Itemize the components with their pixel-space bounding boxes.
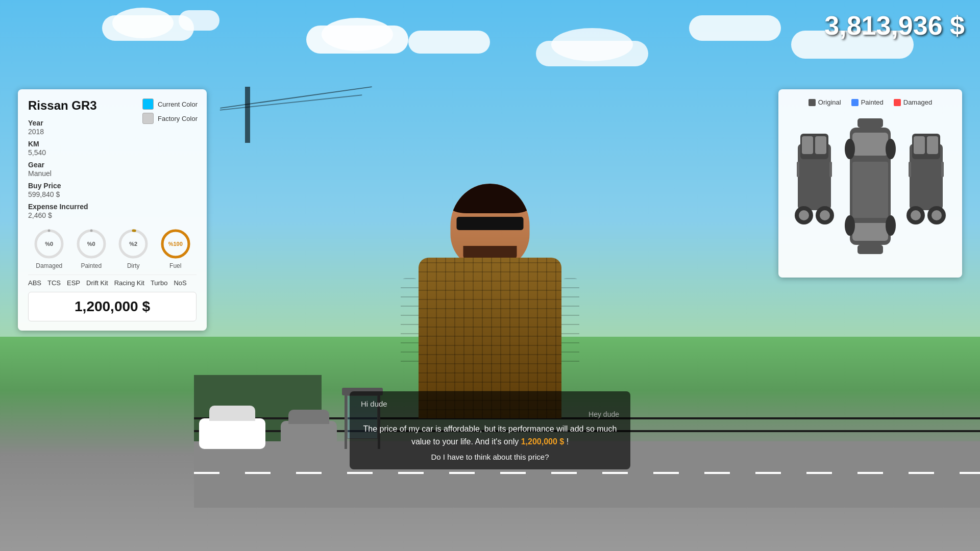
- bg-car-gray: [281, 421, 337, 449]
- legend-original-label: Original: [818, 98, 841, 106]
- svg-rect-24: [852, 162, 888, 218]
- expense-row: Expense Incurred 2,460 $: [28, 203, 197, 219]
- meter-painted: %0 Painted: [75, 228, 108, 269]
- dialogue-main-text: The price of my car is affordable, but i…: [361, 422, 619, 448]
- dialogue-exclamation: !: [567, 437, 569, 446]
- expense-label: Expense Incurred: [28, 203, 197, 211]
- buy-price-row: Buy Price 599,840 $: [28, 182, 197, 198]
- current-color-swatch: [142, 98, 154, 110]
- money-display: 3,813,936 $: [824, 10, 965, 41]
- dialogue-player: Hi dude: [361, 399, 619, 408]
- power-line: [220, 86, 372, 109]
- dialogue-text-part1: The price of my car is affordable, but i…: [363, 424, 617, 446]
- meter-painted-label: Painted: [81, 262, 102, 269]
- meter-fuel-circle: %100: [159, 228, 192, 260]
- meter-painted-value: %0: [87, 241, 95, 247]
- svg-rect-20: [829, 162, 832, 177]
- feature-nos: NoS: [174, 279, 186, 287]
- svg-point-16: [799, 210, 809, 220]
- feature-drift-kit: Drift Kit: [86, 279, 108, 287]
- character-sunglasses: [457, 217, 524, 230]
- svg-rect-34: [927, 136, 938, 154]
- meter-dirty-circle: %2: [117, 228, 150, 260]
- meter-painted-circle: %0: [75, 228, 108, 260]
- svg-rect-19: [797, 162, 799, 177]
- expense-value: 2,460 $: [28, 211, 197, 219]
- buy-price-value: 599,840 $: [28, 190, 197, 198]
- svg-point-26: [845, 139, 855, 159]
- year-value: 2018: [28, 128, 197, 136]
- legend-original: Original: [808, 98, 841, 106]
- svg-point-28: [845, 215, 855, 236]
- svg-point-36: [911, 210, 921, 220]
- km-row: KM 5,540: [28, 140, 197, 157]
- features-row: ABS TCS ESP Drift Kit Racing Kit Turbo N…: [28, 274, 197, 287]
- character-head: [451, 184, 530, 268]
- svg-rect-14: [815, 136, 826, 154]
- meter-dirty: %2 Dirty: [117, 228, 150, 269]
- legend-damaged-dot: [894, 99, 901, 106]
- svg-point-29: [886, 215, 896, 236]
- current-color-label: Current Color: [158, 101, 198, 108]
- svg-rect-33: [914, 136, 925, 154]
- km-value: 5,540: [28, 148, 197, 157]
- meter-damaged-label: Damaged: [36, 262, 62, 269]
- feature-tcs: TCS: [47, 279, 61, 287]
- feature-esp: ESP: [67, 279, 80, 287]
- gear-label: Gear: [28, 161, 197, 169]
- power-line: [220, 94, 362, 110]
- svg-point-38: [932, 210, 942, 220]
- meter-fuel-value: %100: [168, 241, 183, 247]
- legend-damaged-label: Damaged: [903, 98, 932, 106]
- gear-row: Gear Manuel: [28, 161, 197, 178]
- power-pole: [245, 87, 250, 143]
- svg-rect-21: [857, 118, 883, 128]
- car-side-left: [793, 113, 836, 268]
- dialogue-question: Do I have to think about this price?: [361, 453, 619, 461]
- car-diagrams: [788, 113, 953, 268]
- bg-car-white: [199, 418, 265, 449]
- svg-rect-25: [852, 223, 888, 241]
- legend-painted-label: Painted: [861, 98, 884, 106]
- feature-abs: ABS: [28, 279, 41, 287]
- svg-rect-30: [857, 245, 883, 254]
- meter-damaged: %0 Damaged: [33, 228, 65, 269]
- character-arm-right: [561, 278, 579, 370]
- factory-color-label: Factory Color: [158, 115, 198, 122]
- meter-damaged-value: %0: [45, 241, 53, 247]
- meter-fuel: %100 Fuel: [159, 228, 192, 269]
- svg-point-27: [886, 139, 896, 159]
- car-side-right: [904, 113, 948, 268]
- svg-rect-39: [909, 162, 911, 177]
- meter-dirty-value: %2: [129, 241, 137, 247]
- character: [408, 184, 572, 418]
- svg-point-18: [820, 210, 830, 220]
- road-markings: [194, 472, 980, 474]
- factory-color-indicator: Factory Color: [142, 113, 198, 124]
- svg-rect-40: [941, 162, 944, 177]
- legend-painted-dot: [851, 99, 859, 106]
- dialogue-price-highlight: 1,200,000 $: [521, 437, 565, 446]
- feature-racing-kit: Racing Kit: [114, 279, 144, 287]
- factory-color-swatch: [142, 113, 154, 124]
- car-diagram-panel: Original Painted Damaged: [778, 89, 962, 278]
- cloud: [408, 31, 490, 54]
- svg-rect-23: [852, 133, 888, 156]
- legend-painted: Painted: [851, 98, 884, 106]
- km-label: KM: [28, 140, 197, 148]
- feature-turbo: Turbo: [151, 279, 167, 287]
- cloud: [551, 28, 633, 61]
- meter-fuel-label: Fuel: [169, 262, 181, 269]
- car-top-view: [840, 113, 901, 268]
- diagram-legend: Original Painted Damaged: [788, 98, 953, 106]
- meter-damaged-circle: %0: [33, 228, 65, 260]
- gear-value: Manuel: [28, 169, 197, 178]
- price-bottom[interactable]: 1,200,000 $: [28, 292, 197, 321]
- character-hair: [451, 184, 530, 213]
- cloud: [322, 18, 393, 51]
- car-info-panel: Rissan GR3 Current Color Factory Color Y…: [18, 89, 207, 331]
- cloud: [179, 10, 219, 31]
- svg-rect-13: [802, 136, 813, 154]
- cloud: [112, 8, 174, 38]
- color-indicators: Current Color Factory Color: [142, 98, 198, 124]
